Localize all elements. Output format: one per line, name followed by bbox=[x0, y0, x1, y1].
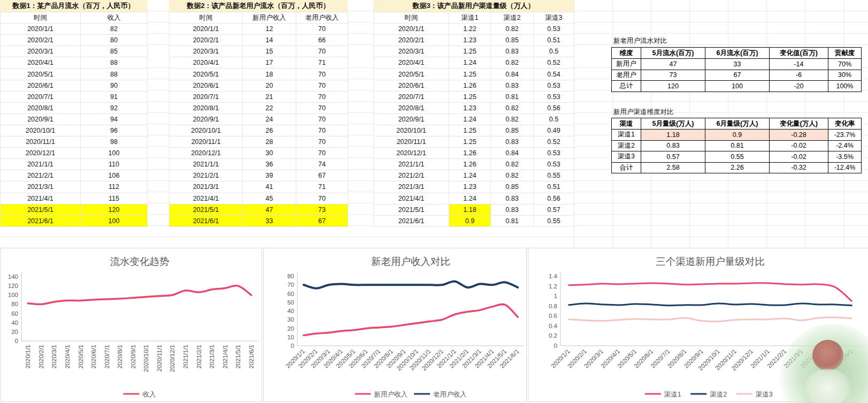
cell[interactable]: 98 bbox=[81, 136, 148, 148]
cell[interactable]: 94 bbox=[81, 113, 148, 125]
cell[interactable]: 0.85 bbox=[491, 125, 534, 136]
cell[interactable]: 2021/2/1 bbox=[374, 170, 449, 181]
cell[interactable]: 18 bbox=[243, 69, 296, 80]
cell[interactable]: 1.23 bbox=[449, 35, 491, 46]
column-header-cell[interactable]: 时间 bbox=[374, 12, 449, 24]
cell[interactable]: 2020/5/1 bbox=[170, 69, 243, 80]
cell[interactable]: 71 bbox=[296, 57, 348, 69]
cell[interactable]: 70 bbox=[296, 193, 348, 204]
cell[interactable]: 66 bbox=[296, 35, 348, 46]
cell[interactable]: 120 bbox=[641, 81, 705, 92]
cell[interactable]: 73 bbox=[641, 70, 705, 81]
cell[interactable]: 0.82 bbox=[491, 113, 534, 125]
cell[interactable]: 17 bbox=[243, 57, 296, 69]
cell[interactable]: 0.53 bbox=[534, 159, 574, 170]
cell[interactable]: 70 bbox=[296, 113, 348, 125]
cell[interactable]: 2021/2/1 bbox=[1, 170, 81, 181]
cell[interactable]: 1.26 bbox=[449, 159, 491, 170]
cell[interactable]: 1.18 bbox=[449, 204, 491, 215]
cell[interactable]: 36 bbox=[243, 159, 296, 170]
cell[interactable]: 2020/5/1 bbox=[374, 69, 449, 80]
cell[interactable]: 2020/11/1 bbox=[170, 136, 243, 148]
cell[interactable]: 70 bbox=[296, 80, 348, 91]
cell[interactable]: 0.81 bbox=[491, 91, 534, 102]
cell[interactable]: 2020/10/1 bbox=[170, 125, 243, 136]
cell[interactable]: 2021/5/1 bbox=[1, 204, 81, 215]
cell[interactable]: 0.82 bbox=[491, 159, 534, 170]
cell[interactable]: 71 bbox=[296, 181, 348, 193]
cell[interactable]: 15 bbox=[243, 46, 296, 57]
cell[interactable]: 0.82 bbox=[491, 57, 534, 69]
cell[interactable]: 100 bbox=[705, 81, 770, 92]
cell[interactable]: -0.28 bbox=[770, 130, 828, 141]
cell[interactable]: 0.55 bbox=[705, 151, 770, 163]
cell[interactable]: 0.56 bbox=[534, 193, 574, 204]
cell[interactable]: 82 bbox=[81, 24, 148, 35]
cell[interactable]: 0.49 bbox=[534, 125, 574, 136]
cell[interactable]: 1.24 bbox=[449, 57, 491, 69]
cell[interactable]: 0.83 bbox=[491, 193, 534, 204]
cell[interactable]: 0.84 bbox=[491, 69, 534, 80]
column-header-cell[interactable]: 渠道2 bbox=[491, 12, 534, 24]
cell[interactable]: 47 bbox=[641, 59, 705, 70]
cell[interactable]: 2020/3/1 bbox=[374, 46, 449, 57]
cell[interactable]: 100% bbox=[828, 81, 862, 92]
chart-channel-volume[interactable]: 三个渠道新用户量级对比00.20.40.60.811.21.42020/1/12… bbox=[528, 248, 868, 402]
column-header-cell[interactable]: 老用户收入 bbox=[296, 12, 348, 24]
cell[interactable]: 2021/1/1 bbox=[170, 159, 243, 170]
cell[interactable]: 2021/3/1 bbox=[1, 181, 81, 193]
cell[interactable]: 1.23 bbox=[449, 102, 491, 113]
cell[interactable]: 2021/3/1 bbox=[170, 181, 243, 193]
cell[interactable]: 70 bbox=[296, 102, 348, 113]
cell[interactable]: 合计 bbox=[612, 162, 641, 173]
cell[interactable]: -23.7% bbox=[828, 130, 862, 141]
cell[interactable]: 0.53 bbox=[534, 91, 574, 102]
cell[interactable]: 0.52 bbox=[534, 136, 574, 148]
cell[interactable]: 33 bbox=[243, 215, 296, 226]
column-header-cell[interactable]: 新用户收入 bbox=[243, 12, 296, 24]
cell[interactable]: 96 bbox=[81, 125, 148, 136]
cell[interactable]: 新用户 bbox=[612, 59, 641, 70]
cell[interactable]: 2021/6/1 bbox=[374, 215, 449, 226]
cell[interactable]: 2020/8/1 bbox=[170, 102, 243, 113]
summary2-title[interactable]: 新用户渠道维度对比 bbox=[613, 108, 674, 117]
cell[interactable]: 70% bbox=[828, 59, 862, 70]
column-header-cell[interactable]: 6月量级(万人) bbox=[705, 118, 770, 130]
column-header-cell[interactable]: 渠道1 bbox=[449, 12, 491, 24]
cell[interactable]: 2020/8/1 bbox=[1, 102, 81, 113]
cell[interactable]: 2020/12/1 bbox=[170, 148, 243, 159]
column-header-cell[interactable]: 收入 bbox=[81, 12, 148, 24]
column-header-cell[interactable]: 变化量(万人) bbox=[770, 118, 828, 130]
cell[interactable]: 67 bbox=[296, 215, 348, 226]
summary1-title[interactable]: 新老用户流水对比 bbox=[613, 36, 667, 45]
cell[interactable]: 2020/11/1 bbox=[1, 136, 81, 148]
cell[interactable]: 0.53 bbox=[534, 24, 574, 35]
cell[interactable]: 120 bbox=[81, 204, 148, 215]
cell[interactable]: 2020/6/1 bbox=[1, 80, 81, 91]
cell[interactable]: 2021/5/1 bbox=[374, 204, 449, 215]
cell[interactable]: -12.4% bbox=[828, 162, 862, 173]
cell[interactable]: 2020/1/1 bbox=[1, 24, 81, 35]
table-data2-title[interactable]: 数据2：该产品新老用户流水（百万，人民币） bbox=[169, 0, 348, 12]
cell[interactable]: 70 bbox=[296, 136, 348, 148]
cell[interactable]: 2020/4/1 bbox=[170, 57, 243, 69]
cell[interactable]: -0.32 bbox=[770, 162, 828, 173]
cell[interactable]: 0.81 bbox=[705, 140, 770, 151]
cell[interactable]: 2021/1/1 bbox=[1, 159, 81, 170]
cell[interactable]: 88 bbox=[81, 69, 148, 80]
cell[interactable]: 2.26 bbox=[705, 162, 770, 173]
cell[interactable]: 0.52 bbox=[534, 57, 574, 69]
cell[interactable]: 2021/4/1 bbox=[170, 193, 243, 204]
cell[interactable]: 24 bbox=[243, 113, 296, 125]
cell[interactable]: 老用户 bbox=[612, 70, 641, 81]
cell[interactable]: 2.58 bbox=[641, 162, 705, 173]
cell[interactable]: 2020/3/1 bbox=[1, 46, 81, 57]
cell[interactable]: 1.26 bbox=[449, 148, 491, 159]
cell[interactable]: 0.53 bbox=[534, 80, 574, 91]
cell[interactable]: 0.82 bbox=[491, 102, 534, 113]
cell[interactable]: 1.25 bbox=[449, 69, 491, 80]
cell[interactable]: 2020/2/1 bbox=[1, 35, 81, 46]
cell[interactable]: -0.02 bbox=[770, 140, 828, 151]
cell[interactable]: 2021/6/1 bbox=[170, 215, 243, 226]
cell[interactable]: 2020/11/1 bbox=[374, 136, 449, 148]
